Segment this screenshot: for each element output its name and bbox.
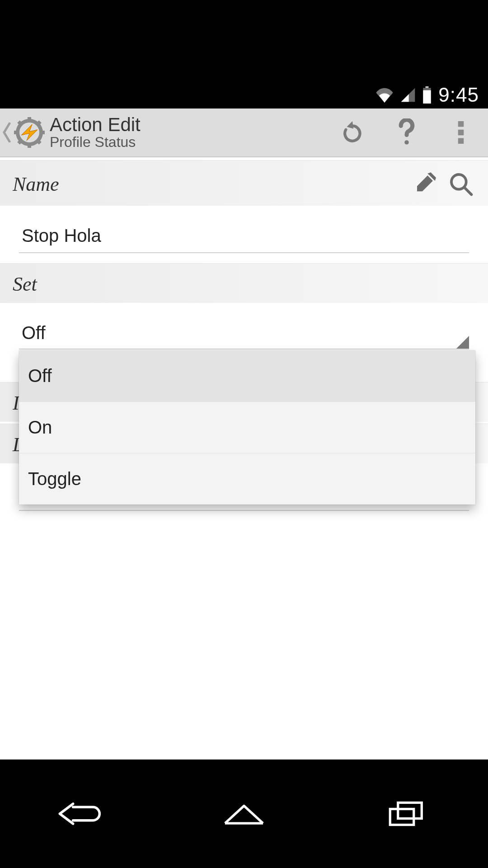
wifi-icon [375,87,394,103]
help-button[interactable] [380,108,434,157]
section-header-set: Set [0,263,488,303]
svg-line-11 [19,141,21,143]
tasker-app-icon[interactable] [14,117,45,148]
svg-rect-1 [423,90,431,104]
battery-icon [422,86,432,104]
svg-line-17 [464,187,471,194]
svg-rect-13 [458,121,464,127]
svg-rect-19 [390,809,414,825]
svg-rect-14 [458,130,464,136]
svg-rect-2 [426,86,429,88]
set-option-off[interactable]: Off [19,350,475,402]
set-spinner[interactable]: Off [19,318,469,349]
undo-button[interactable] [325,108,380,157]
search-icon[interactable] [446,170,475,198]
name-field-container [0,206,488,258]
cell-signal-icon [400,87,416,103]
svg-rect-15 [458,138,464,144]
nav-home-button[interactable] [199,791,289,836]
set-dropdown: Off On Toggle [19,350,475,505]
android-nav-bar [0,760,488,868]
action-bar: Action Edit Profile Status [0,108,488,157]
app-viewport: Action Edit Profile Status Name [0,108,488,760]
svg-line-10 [38,122,40,124]
tag-edit-icon[interactable] [412,170,441,198]
back-button[interactable] [0,108,14,157]
name-input[interactable] [19,219,469,253]
svg-point-12 [404,140,408,144]
set-option-on[interactable]: On [19,402,475,453]
set-option-toggle[interactable]: Toggle [19,453,475,505]
svg-rect-20 [398,803,422,819]
nav-back-button[interactable] [36,791,127,836]
set-spinner-container: Off Off On Toggle [0,303,488,349]
nav-recents-button[interactable] [361,791,452,836]
android-status-bar: 9:45 [0,81,488,108]
section-label-set: Set [13,273,475,296]
actionbar-title: Action Edit [50,115,141,135]
svg-line-8 [19,122,21,124]
section-label-name: Name [13,173,407,196]
status-clock: 9:45 [438,84,479,106]
overflow-menu-button[interactable] [434,108,488,157]
device-frame-top: 9:45 [0,0,488,108]
actionbar-subtitle: Profile Status [50,135,141,150]
set-spinner-value: Off [22,323,46,343]
section-header-name: Name [0,160,488,206]
svg-line-9 [38,141,40,143]
